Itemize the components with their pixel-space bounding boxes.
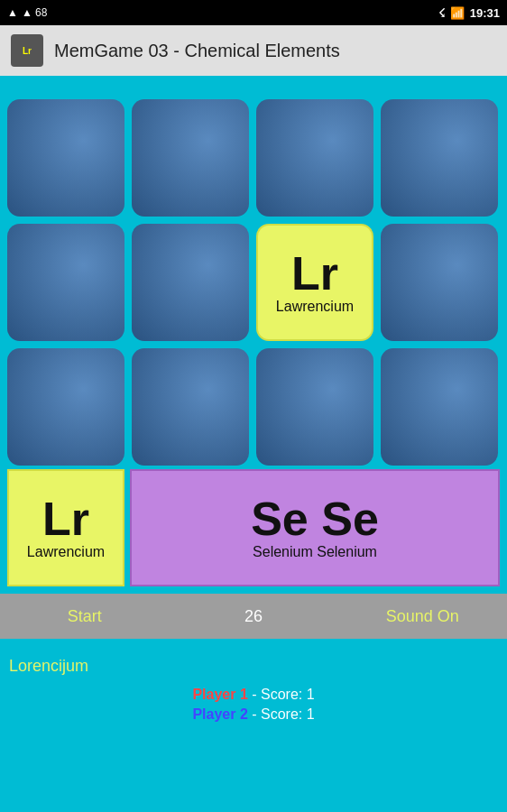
wifi-icon: 📶 xyxy=(450,6,465,20)
blue-banner xyxy=(0,76,507,92)
start-button[interactable]: Start xyxy=(0,594,169,639)
card-r1c1[interactable] xyxy=(7,99,124,217)
bottom-se-symbol: Se Se xyxy=(251,495,379,542)
card-r3c3[interactable] xyxy=(256,348,373,466)
player-scores: Player 1 - Score: 1 Player 2 - Score: 1 xyxy=(9,685,498,724)
card-r2c3-revealed[interactable]: Lr Lawrencium xyxy=(256,224,373,341)
control-bar: Start 26 Sound On xyxy=(0,594,507,639)
card-grid-row2: Lr Lawrencium xyxy=(4,220,503,345)
bottom-lr-name: Lawrencium xyxy=(27,544,105,560)
status-right: ☇ 📶 19:31 xyxy=(438,6,500,20)
sound-button[interactable]: Sound On xyxy=(338,594,507,639)
bottom-se-name: Selenium Selenium xyxy=(253,544,377,560)
player1-score-line: Player 1 - Score: 1 xyxy=(192,687,314,703)
card-r2c1[interactable] xyxy=(7,224,124,341)
player1-score: - xyxy=(252,687,261,702)
card-symbol-lr: Lr xyxy=(291,250,338,297)
card-r1c2[interactable] xyxy=(132,99,249,217)
player2-score: - xyxy=(252,706,261,722)
app-icon: Lr xyxy=(11,34,43,67)
bottom-cards-row: Lr Lawrencium Se Se Selenium Selenium xyxy=(4,469,503,590)
status-bar: ▲ ▲ 68 ☇ 📶 19:31 xyxy=(0,0,507,25)
bluetooth-icon: ☇ xyxy=(438,6,445,20)
player1-label: Player 1 xyxy=(192,687,247,702)
card-r3c2[interactable] xyxy=(132,348,249,466)
card-r1c3[interactable] xyxy=(256,99,373,217)
notification-icon: ▲ xyxy=(7,6,18,19)
score-display: 26 xyxy=(169,594,337,639)
card-r2c2[interactable] xyxy=(132,224,249,341)
page-title: MemGame 03 - Chemical Elements xyxy=(54,41,340,61)
card-grid-row3 xyxy=(4,345,503,469)
bottom-card-lr[interactable]: Lr Lawrencium xyxy=(7,469,124,586)
card-grid-row1 xyxy=(4,96,503,220)
player2-score-line: Player 2 - Score: 1 xyxy=(192,706,314,723)
player1-score-value: Score: 1 xyxy=(261,687,315,702)
player2-score-value: Score: 1 xyxy=(261,706,315,722)
card-r3c1[interactable] xyxy=(7,348,124,466)
card-r3c4[interactable] xyxy=(381,348,498,466)
game-board: Lr Lawrencium Lr Lawrencium Se Se Seleni… xyxy=(0,92,507,594)
card-name-lawrencium: Lawrencium xyxy=(276,299,354,315)
bottom-card-se[interactable]: Se Se Selenium Selenium xyxy=(130,469,500,586)
app-icon-text: Lr xyxy=(23,46,32,56)
player2-label: Player 2 xyxy=(192,706,247,722)
element-name-display: Lorencijum xyxy=(9,657,498,676)
status-left: ▲ ▲ 68 xyxy=(7,6,47,19)
title-bar: Lr MemGame 03 - Chemical Elements xyxy=(0,25,507,76)
card-r1c4[interactable] xyxy=(381,99,498,217)
time-display: 19:31 xyxy=(470,6,500,20)
battery-level: ▲ 68 xyxy=(22,6,48,19)
bottom-lr-symbol: Lr xyxy=(42,495,89,542)
info-area: Lorencijum Player 1 - Score: 1 Player 2 … xyxy=(0,639,507,774)
card-r2c4[interactable] xyxy=(381,224,498,341)
